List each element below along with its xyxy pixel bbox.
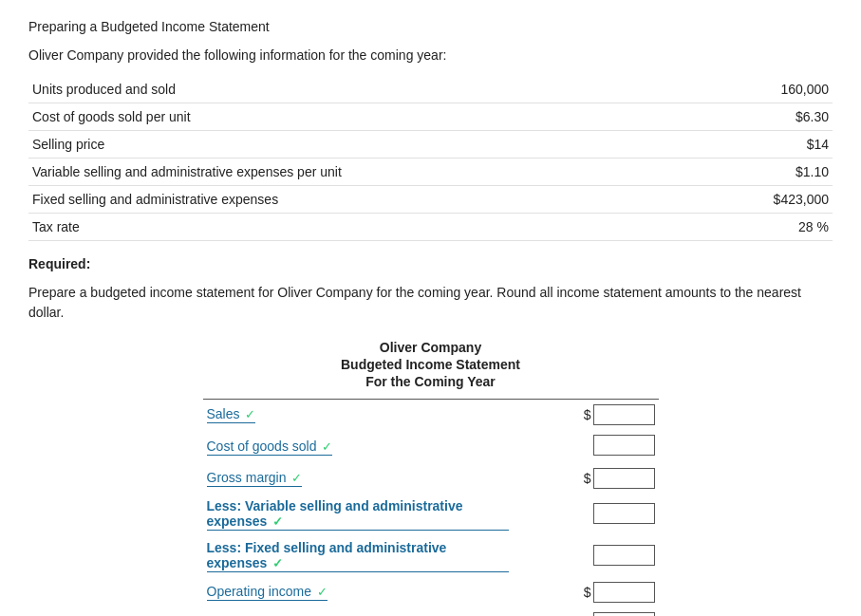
stmt-row-label-6: Less: Income taxes ✓ <box>203 607 513 616</box>
stmt-label-text-4: Less: Fixed selling and administrative e… <box>207 540 509 572</box>
given-row-value-2: $14 <box>591 131 833 159</box>
given-row-label-3: Variable selling and administrative expe… <box>28 159 591 186</box>
dollar-sign-0: $ <box>584 407 591 422</box>
statement-table: Sales ✓$Cost of goods sold ✓Gross margin… <box>203 399 659 616</box>
stmt-row-label-4: Less: Fixed selling and administrative e… <box>203 535 513 577</box>
given-row-label-1: Cost of goods sold per unit <box>28 103 591 131</box>
statement-period: For the Coming Year <box>203 374 659 389</box>
stmt-label-text-1: Cost of goods sold ✓ <box>207 439 333 456</box>
company-name: Oliver Company <box>203 340 659 355</box>
input-box-1[interactable] <box>593 435 655 456</box>
given-data-table: Units produced and sold160,000Cost of go… <box>28 76 833 241</box>
input-box-4[interactable] <box>593 545 655 566</box>
stmt-row-input-5[interactable]: $ <box>513 577 659 607</box>
given-row-value-4: $423,000 <box>591 186 833 214</box>
given-row-label-5: Tax rate <box>28 214 591 241</box>
check-icon-3: ✓ <box>269 514 283 529</box>
stmt-row-input-6[interactable] <box>513 607 659 616</box>
stmt-row-label-0: Sales ✓ <box>203 400 513 431</box>
check-icon-2: ✓ <box>289 471 303 485</box>
required-label: Required: <box>28 256 833 271</box>
input-box-2[interactable] <box>593 468 655 489</box>
given-row-value-3: $1.10 <box>591 159 833 186</box>
input-box-0[interactable] <box>593 404 655 425</box>
page-title: Preparing a Budgeted Income Statement <box>28 19 833 34</box>
stmt-label-text-2: Gross margin ✓ <box>207 470 303 487</box>
stmt-row-label-1: Cost of goods sold ✓ <box>203 430 513 463</box>
stmt-row-input-2[interactable]: $ <box>513 463 659 494</box>
stmt-label-text-0: Sales ✓ <box>207 406 256 423</box>
prepare-text: Prepare a budgeted income statement for … <box>28 283 833 323</box>
dollar-sign-5: $ <box>584 585 591 600</box>
given-row-label-0: Units produced and sold <box>28 76 591 103</box>
check-icon-5: ✓ <box>313 585 328 599</box>
input-box-5[interactable] <box>593 582 655 603</box>
given-row-value-5: 28 % <box>591 214 833 241</box>
stmt-row-input-4[interactable] <box>513 535 659 577</box>
check-icon-0: ✓ <box>242 407 256 421</box>
statement-title: Budgeted Income Statement <box>203 357 659 372</box>
intro-text: Oliver Company provided the following in… <box>28 47 833 63</box>
check-icon-4: ✓ <box>269 556 283 570</box>
dollar-sign-2: $ <box>584 471 591 486</box>
stmt-row-label-3: Less: Variable selling and administrativ… <box>203 494 513 535</box>
stmt-label-text-3: Less: Variable selling and administrativ… <box>207 498 509 531</box>
stmt-row-label-5: Operating income ✓ <box>203 577 513 607</box>
given-row-value-1: $6.30 <box>591 103 833 131</box>
stmt-row-label-2: Gross margin ✓ <box>203 463 513 494</box>
input-box-3[interactable] <box>593 503 655 524</box>
check-icon-1: ✓ <box>318 439 332 454</box>
given-row-value-0: 160,000 <box>591 76 833 103</box>
input-box-6[interactable] <box>593 612 655 616</box>
given-row-label-4: Fixed selling and administrative expense… <box>28 186 591 214</box>
stmt-label-text-5: Operating income ✓ <box>207 584 328 601</box>
stmt-row-input-1[interactable] <box>513 430 659 463</box>
stmt-row-input-0[interactable]: $ <box>513 400 659 431</box>
income-statement-container: Oliver Company Budgeted Income Statement… <box>203 340 659 616</box>
stmt-row-input-3[interactable] <box>513 494 659 535</box>
given-row-label-2: Selling price <box>28 131 591 159</box>
